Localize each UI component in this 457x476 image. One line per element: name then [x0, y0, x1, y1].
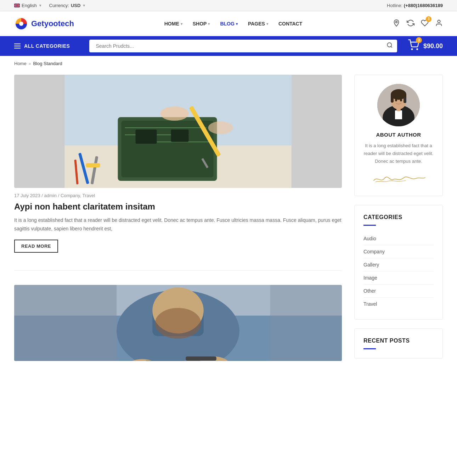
- post-1-title: Aypi non habent claritatem insitam: [14, 201, 342, 212]
- blog-post-1-image: [14, 75, 342, 188]
- blog-main: 17 July 2023 / admin / Company, Travel A…: [14, 75, 342, 379]
- post-1-date: 17 July 2023: [14, 193, 40, 198]
- svg-rect-38: [270, 285, 342, 361]
- user-icon[interactable]: [435, 19, 443, 29]
- breadcrumb-separator: »: [29, 61, 31, 66]
- svg-rect-37: [14, 285, 117, 361]
- post-1-author[interactable]: admin: [44, 193, 57, 198]
- svg-rect-44: [395, 110, 402, 119]
- logo[interactable]: Getyootech: [14, 17, 74, 31]
- author-signature: [363, 171, 434, 187]
- nav-shop[interactable]: SHOP ▾: [188, 18, 214, 29]
- nav-blog[interactable]: BLOG ▾: [216, 18, 242, 29]
- category-item-other[interactable]: Other: [363, 285, 434, 298]
- post-1-excerpt: It is a long established fact that a rea…: [14, 216, 342, 233]
- breadcrumb-current: Blog Standard: [33, 61, 62, 66]
- flag-icon: [14, 4, 20, 7]
- post-1-meta: 17 July 2023 / admin / Company, Travel: [14, 193, 342, 198]
- nav-pages[interactable]: PAGES ▾: [244, 18, 272, 29]
- sidebar: ABOUT AUTHOR It is a long established fa…: [354, 75, 443, 367]
- cart-total: $90.00: [423, 42, 443, 50]
- search-icon: [387, 42, 393, 48]
- nav-blog-chevron: ▾: [236, 22, 238, 26]
- svg-point-4: [438, 20, 440, 22]
- categories-title-underline: [363, 225, 376, 226]
- svg-point-5: [387, 43, 391, 47]
- svg-point-8: [417, 48, 418, 50]
- hotline-number: (+880)1680636189: [404, 3, 443, 8]
- nav-shop-chevron: ▾: [208, 22, 210, 26]
- author-bio: It is a long established fact that a rea…: [363, 142, 434, 165]
- categories-label: ALL CATEGORIES: [24, 43, 70, 49]
- breadcrumb: Home » Blog Standard: [0, 56, 457, 71]
- language-chevron: ▼: [39, 4, 42, 7]
- page-content: 17 July 2023 / admin / Company, Travel A…: [0, 71, 457, 393]
- author-avatar-image: [377, 84, 420, 126]
- search-submit-button[interactable]: [387, 42, 393, 50]
- logo-icon: [14, 17, 28, 31]
- wishlist-badge: 3: [426, 16, 431, 22]
- svg-line-6: [391, 46, 392, 47]
- svg-point-32: [155, 308, 201, 339]
- language-selector[interactable]: English ▼: [14, 3, 42, 8]
- categories-widget: CATEGORIES Audio Company Gallery Image O…: [354, 205, 443, 320]
- recent-posts-widget: RECENT POSTS: [354, 328, 443, 359]
- category-item-company[interactable]: Company: [363, 245, 434, 258]
- svg-rect-13: [122, 121, 214, 177]
- svg-rect-48: [391, 94, 394, 103]
- svg-point-21: [160, 107, 189, 121]
- breadcrumb-home[interactable]: Home: [14, 61, 27, 66]
- category-list: Audio Company Gallery Image Other Travel: [363, 232, 434, 310]
- category-item-gallery[interactable]: Gallery: [363, 258, 434, 271]
- hotline: Hotline: (+880)1680636189: [387, 3, 443, 8]
- location-icon[interactable]: [393, 19, 400, 29]
- hamburger-icon: [14, 44, 21, 48]
- signature-svg: [370, 171, 427, 185]
- author-widget-title: ABOUT AUTHOR: [363, 132, 434, 138]
- nav-home[interactable]: HOME ▾: [160, 18, 187, 29]
- logo-text: Getyootech: [31, 19, 74, 28]
- category-item-audio[interactable]: Audio: [363, 232, 434, 245]
- svg-point-2: [19, 22, 23, 26]
- categories-bar: ALL CATEGORIES 3 $90.00: [0, 36, 457, 56]
- nav-pages-chevron: ▾: [266, 22, 268, 26]
- blog-post-1: 17 July 2023 / admin / Company, Travel A…: [14, 75, 342, 253]
- nav-home-chevron: ▾: [181, 22, 182, 26]
- search-input[interactable]: [89, 40, 397, 52]
- svg-rect-17: [136, 130, 157, 144]
- svg-point-22: [208, 121, 233, 134]
- wishlist-icon[interactable]: 3: [421, 19, 429, 29]
- top-bar: English ▼ Currency: USD ▼ Hotline: (+880…: [0, 0, 457, 11]
- recent-posts-title: RECENT POSTS: [363, 338, 434, 344]
- main-nav: HOME ▾ SHOP ▾ BLOG ▾ PAGES ▾ CONTACT: [160, 18, 307, 29]
- cart-area: 3 $90.00: [408, 39, 443, 53]
- svg-point-7: [412, 48, 413, 50]
- post-1-categories: Company, Travel: [61, 193, 95, 198]
- cart-icon[interactable]: 3: [408, 39, 419, 53]
- currency-label: Currency:: [49, 3, 69, 8]
- post-1-read-more[interactable]: READ MORE: [14, 240, 58, 253]
- post-divider: [14, 270, 342, 271]
- hotline-label: Hotline:: [387, 3, 402, 8]
- all-categories-toggle[interactable]: ALL CATEGORIES: [14, 43, 79, 49]
- currency-selector[interactable]: Currency: USD ▼: [49, 3, 86, 8]
- blog-post-1-image-svg: [14, 75, 342, 188]
- header: Getyootech HOME ▾ SHOP ▾ BLOG ▾ PAGES ▾ …: [0, 11, 457, 36]
- svg-rect-50: [404, 97, 406, 103]
- svg-point-52: [400, 99, 402, 102]
- header-icons: 3: [393, 19, 443, 29]
- currency-chevron: ▼: [82, 4, 86, 7]
- category-item-image[interactable]: Image: [363, 271, 434, 285]
- svg-rect-35: [145, 361, 186, 361]
- blog-post-2: [14, 285, 342, 361]
- language-label: English: [22, 3, 37, 8]
- top-bar-left: English ▼ Currency: USD ▼: [14, 3, 86, 8]
- refresh-icon[interactable]: [407, 19, 414, 29]
- svg-rect-36: [186, 356, 216, 361]
- svg-rect-18: [171, 130, 189, 142]
- categories-widget-title: CATEGORIES: [363, 214, 434, 220]
- category-item-travel[interactable]: Travel: [363, 298, 434, 310]
- nav-contact[interactable]: CONTACT: [274, 18, 306, 29]
- svg-point-51: [395, 99, 397, 102]
- svg-rect-26: [86, 163, 100, 167]
